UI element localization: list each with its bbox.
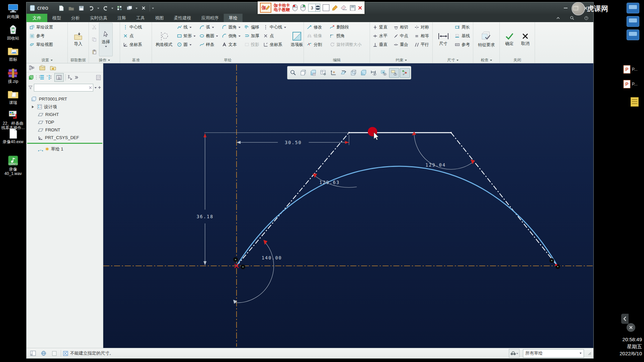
pen-tool-button[interactable] (332, 5, 338, 11)
endpoint-marker[interactable] (555, 264, 557, 266)
right-construction-line[interactable] (451, 133, 557, 266)
tree-item-design-items[interactable]: 设计项 (26, 103, 103, 111)
desktop-icon-folder[interactable]: 课瑞 (0, 88, 26, 105)
expand-all-icon[interactable] (39, 75, 45, 80)
overlay-close-button[interactable] (627, 323, 635, 332)
regenerate-button[interactable] (115, 4, 123, 12)
sketch-csys-button[interactable]: 坐标系 (262, 40, 288, 49)
dim-angle-right[interactable]: 129.04 (425, 162, 446, 168)
search-options-dropdown[interactable] (95, 87, 97, 89)
more-tools-icon[interactable] (74, 75, 78, 79)
perimeter-button[interactable]: 周长 (453, 23, 472, 32)
group-label-settings[interactable]: 设置 (26, 57, 67, 63)
close-annotator-button[interactable] (358, 6, 362, 10)
group-label-dimension[interactable]: 尺寸 (433, 57, 473, 63)
import-button[interactable]: 导入 (71, 23, 85, 56)
desktop-icon-shortcut-spline[interactable]: 22、样条曲 线基本操作... (0, 109, 26, 130)
sketch-point-button[interactable]: 点 (262, 32, 288, 40)
toggle-dimension-display-button[interactable] (389, 68, 399, 78)
desktop-icon-ppt-2[interactable]: P P... (623, 80, 637, 88)
tree-item-sketch[interactable]: 草绘 1 (26, 145, 103, 153)
arc-button[interactable]: 弧 (198, 23, 220, 32)
mirror-button[interactable]: 镜像 (305, 32, 327, 40)
eraser-button[interactable] (340, 5, 347, 11)
spline-button[interactable]: 样条 (198, 40, 220, 49)
view-manager-button[interactable] (319, 68, 328, 77)
line-button[interactable]: 线 (175, 23, 197, 32)
group-label-operations[interactable]: 操作 (89, 57, 120, 63)
coordinate-system-button[interactable]: 坐标系 (121, 40, 144, 49)
sketch-centerline-button[interactable]: 中心线 (262, 23, 288, 32)
insert-here-indicator[interactable] (27, 143, 102, 144)
toggle-constraint-display-button[interactable] (400, 68, 410, 78)
expand-arrow-icon[interactable] (32, 106, 35, 108)
desktop-icon-this-pc[interactable]: 此电脑 (0, 3, 26, 19)
display-style-shaded-button[interactable] (359, 68, 368, 77)
save-button[interactable] (77, 4, 85, 12)
save-annotation-button[interactable] (350, 5, 356, 11)
desktop-icon-right-app-1[interactable] (627, 3, 639, 13)
chamfer-button[interactable]: 倒角 (220, 32, 242, 40)
constraint-vertical-button[interactable]: 竖直 (371, 23, 391, 32)
refit-button[interactable] (299, 68, 308, 77)
group-label-inspect[interactable]: 检查 (473, 57, 499, 63)
favorites-tab-icon[interactable] (50, 65, 56, 70)
windows-dropdown[interactable] (136, 8, 138, 10)
rotate-resize-button[interactable]: 旋转调整大小 (328, 40, 363, 49)
feature-requirements-button[interactable]: 特征要求 (476, 23, 497, 56)
text-button[interactable]: 文本 (220, 40, 242, 49)
constraint-tangent-button[interactable]: 相切 (392, 23, 412, 32)
ok-button[interactable]: 确定 (503, 23, 516, 56)
ellipse-button[interactable]: 椭圆 (198, 32, 220, 40)
tree-item-csys[interactable]: PRT_CSYS_DEF (26, 134, 103, 141)
tree-search-input[interactable] (34, 84, 93, 92)
cancel-button[interactable]: 取消 (519, 23, 532, 56)
point-button[interactable]: 点 (121, 32, 144, 40)
tab-sketch[interactable]: 草绘 (224, 14, 243, 22)
tree-item-root[interactable]: PRT0001.PRT (26, 95, 103, 103)
dim-angle-left[interactable]: 129.63 (319, 180, 340, 185)
tree-item-top-plane[interactable]: TOP (26, 118, 103, 126)
tab-annotate[interactable]: 注释 (112, 14, 131, 22)
tree-item-front-plane[interactable]: FRONT (26, 126, 103, 134)
tab-analysis[interactable]: 分析 (66, 14, 85, 22)
selection-filter-dropdown[interactable]: 所有草绘 (523, 349, 584, 358)
left-mouse-button-icon[interactable] (292, 4, 298, 11)
clear-search-icon[interactable] (89, 86, 92, 89)
modify-button[interactable]: 修改 (305, 23, 327, 32)
desktop-icon-right-app-3[interactable] (627, 29, 639, 40)
desktop-icon-wav-file[interactable]: WAV 录像 40_1.wav (0, 155, 26, 176)
redo-dropdown[interactable] (111, 8, 113, 10)
tab-flexible-modeling[interactable]: 柔性建模 (169, 14, 196, 22)
tab-applications[interactable]: 应用程序 (196, 14, 224, 22)
tree-filter-icon[interactable] (67, 75, 73, 80)
dimension-button[interactable]: 尺寸 (434, 23, 452, 56)
constraint-coincident-button[interactable]: 重合 (392, 40, 412, 49)
zoom-in-button[interactable] (288, 68, 298, 77)
find-button[interactable] (509, 349, 520, 358)
paste-button[interactable] (90, 48, 98, 56)
datum-display-button[interactable] (329, 68, 338, 77)
select-button[interactable]: 选择 (99, 23, 113, 56)
windows-button[interactable] (125, 4, 133, 12)
right-mouse-button-icon[interactable] (300, 4, 306, 11)
sketch-canvas[interactable]: 30.50 36.18 140.00 129.63 129.04 (103, 63, 593, 348)
blank-page-button[interactable] (50, 349, 59, 357)
dim-angle-origin[interactable]: 140.00 (262, 255, 282, 260)
project-button[interactable]: 投影 (243, 40, 261, 49)
desktop-icon-right-app-2[interactable] (627, 16, 639, 27)
undo-dropdown[interactable] (97, 8, 99, 10)
display-style-wireframe-button[interactable] (349, 68, 358, 77)
tree-settings-icon[interactable] (96, 75, 101, 80)
constraint-parallel-button[interactable]: 平行 (413, 40, 431, 49)
desktop-icon-zip[interactable]: 摸.zip (0, 67, 26, 84)
model-icon[interactable] (29, 75, 34, 80)
left-construction-line[interactable] (236, 133, 349, 266)
sketch-orientation-button[interactable] (339, 68, 348, 77)
circle-button[interactable]: 圆 (175, 40, 197, 49)
thicken-button[interactable]: 加厚 (243, 32, 261, 40)
cut-button[interactable] (90, 23, 98, 31)
reference-dimension-button[interactable]: 参考 (453, 40, 472, 49)
dim-height[interactable]: 36.18 (197, 214, 214, 219)
spinner-up-button[interactable] (316, 4, 320, 8)
